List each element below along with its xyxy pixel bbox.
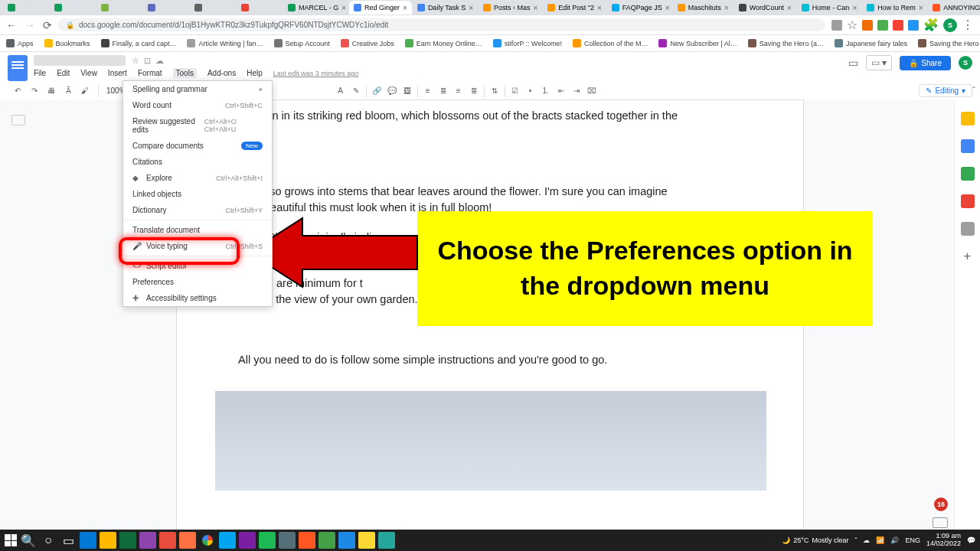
close-icon[interactable]: × (597, 4, 602, 12)
taskbar-app[interactable] (139, 532, 156, 549)
explore-button-icon[interactable] (933, 517, 948, 528)
taskbar-app[interactable] (80, 532, 96, 549)
bookmark-item[interactable]: Saving the Hero (a… (748, 39, 824, 47)
dd-word-count[interactable]: Word countCtrl+Shift+C (123, 97, 272, 113)
tab-how-to-rem[interactable]: How to Rem× (862, 1, 927, 15)
share-button[interactable]: 🔒Share (900, 56, 951, 70)
menu-help[interactable]: Help (247, 69, 263, 77)
tab-wordcount[interactable]: WordCount× (734, 1, 796, 15)
taskbar-app[interactable] (318, 532, 335, 549)
dd-compare[interactable]: Compare documentsNew (123, 138, 272, 154)
close-icon[interactable]: × (341, 4, 346, 12)
align-left-icon[interactable]: ≡ (421, 84, 435, 98)
taskbar-app[interactable] (179, 532, 196, 549)
expand-icon[interactable]: ˆ (972, 86, 975, 95)
close-icon[interactable]: × (724, 4, 729, 12)
taskbar-app[interactable] (219, 532, 236, 549)
reload-icon[interactable]: ⟳ (43, 19, 52, 31)
comment-history-icon[interactable]: ▭ (848, 57, 858, 69)
taskbar-app[interactable] (338, 532, 355, 549)
tab-edit-post[interactable]: Edit Post "2× (543, 1, 606, 15)
taskbar-app[interactable] (199, 532, 216, 549)
bookmark-apps[interactable]: Apps (6, 39, 34, 47)
document-title[interactable] (34, 55, 126, 66)
star-icon[interactable]: ☆ (132, 56, 139, 66)
tab-home-can[interactable]: Home - Can× (797, 1, 861, 15)
close-icon[interactable]: × (469, 4, 473, 12)
dd-review-suggested[interactable]: Review suggested editsCtrl+Alt+O Ctrl+Al… (123, 113, 272, 138)
tab-1[interactable] (50, 1, 96, 15)
bookmark-item[interactable]: stiforP :: Welcome! (493, 39, 562, 47)
tab-red-ginger[interactable]: Red Ginger× (349, 1, 412, 15)
decrease-indent-icon[interactable]: ⇤ (554, 84, 568, 98)
add-icon[interactable]: + (964, 249, 971, 263)
editing-mode[interactable]: ✎Editing▾ (919, 84, 972, 97)
dd-voice-typing[interactable]: 🎤Voice typingCtrl+Shift+S (123, 238, 272, 254)
redo-icon[interactable]: ↷ (28, 84, 41, 98)
bookmark-item[interactable]: Japanese fairy tales (835, 39, 907, 47)
cortana-icon[interactable]: ○ (40, 532, 57, 549)
star-icon[interactable]: ☆ (847, 18, 858, 32)
close-icon[interactable]: × (787, 4, 792, 12)
dd-script-editor[interactable]: <>Script editor (123, 258, 272, 274)
tab-5[interactable] (237, 1, 283, 15)
clear-format-icon[interactable]: ⌧ (585, 84, 599, 98)
close-icon[interactable]: × (533, 4, 537, 12)
move-icon[interactable]: ⊡ (144, 56, 151, 66)
dd-spelling[interactable]: Spelling and grammar▸ (123, 81, 272, 97)
ext-icon[interactable] (893, 20, 903, 31)
notification-badge[interactable]: 16 (934, 497, 948, 511)
keep-icon[interactable] (961, 139, 975, 153)
bookmark-item[interactable]: Creative Jobs (341, 39, 394, 47)
taskbar-app[interactable] (299, 532, 315, 549)
tray-chevron-icon[interactable]: ˆ (854, 536, 857, 544)
bookmark-item[interactable]: Saving the Hero (a… (918, 39, 980, 47)
dd-explore[interactable]: ◆ExploreCtrl+Alt+Shift+I (123, 170, 272, 186)
outline-toggle-icon[interactable] (11, 115, 25, 126)
close-icon[interactable]: × (403, 4, 407, 12)
align-right-icon[interactable]: ≡ (452, 84, 466, 98)
tab-faqpage[interactable]: FAQPage JS× (607, 1, 672, 15)
dd-translate[interactable]: Translate document (123, 222, 272, 238)
bookmark-item[interactable]: Finally, a card capt… (101, 39, 177, 47)
dd-preferences[interactable]: Preferences (123, 274, 272, 290)
bookmark-item[interactable]: New Subscriber | Al… (658, 39, 737, 47)
menu-edit[interactable]: Edit (57, 69, 70, 77)
taskbar-app[interactable] (100, 532, 116, 549)
ext-icon[interactable] (862, 20, 873, 31)
taskbar-app[interactable] (378, 532, 395, 549)
menu-view[interactable]: View (80, 69, 97, 77)
extensions-icon[interactable]: 🧩 (923, 18, 939, 32)
volume-icon[interactable]: 🔊 (890, 536, 899, 544)
paint-format-icon[interactable]: 🖌 (78, 84, 92, 98)
numbered-list-icon[interactable]: 1. (539, 84, 553, 98)
back-icon[interactable]: ← (6, 19, 17, 31)
taskbar-app[interactable] (119, 532, 136, 549)
text-color-icon[interactable]: A (334, 84, 348, 98)
tab-0[interactable] (3, 1, 49, 15)
checklist-icon[interactable]: ☑ (508, 84, 522, 98)
bookmark-item[interactable]: Collection of the M… (573, 39, 648, 47)
menu-tools[interactable]: Tools (173, 68, 197, 78)
close-icon[interactable]: × (852, 4, 857, 12)
cloud-icon[interactable]: ☁ (155, 56, 164, 66)
tab-2[interactable] (96, 1, 142, 15)
line-spacing-icon[interactable]: ⇅ (488, 84, 501, 98)
present-icon[interactable]: ▭ ▾ (866, 55, 892, 70)
dd-linked-objects[interactable]: Linked objects (123, 186, 272, 202)
ext-icon[interactable] (877, 20, 888, 31)
maps-icon[interactable] (961, 222, 975, 236)
weather-widget[interactable]: 🌙 25°C Mostly clear (782, 536, 848, 544)
dd-citations[interactable]: Citations (123, 154, 272, 170)
close-icon[interactable]: × (919, 4, 923, 12)
align-center-icon[interactable]: ≣ (436, 84, 450, 98)
menu-addons[interactable]: Add-ons (207, 69, 236, 77)
user-avatar[interactable]: S (959, 56, 972, 70)
bookmark-item[interactable]: Earn Money Online… (405, 39, 482, 47)
bookmark-bookmarks[interactable]: Bookmarks (44, 39, 90, 47)
tasks-icon[interactable] (961, 167, 975, 181)
menu-insert[interactable]: Insert (108, 69, 127, 77)
ext-icon[interactable] (831, 20, 842, 31)
menu-file[interactable]: File (34, 69, 46, 77)
taskbar-app[interactable] (279, 532, 296, 549)
